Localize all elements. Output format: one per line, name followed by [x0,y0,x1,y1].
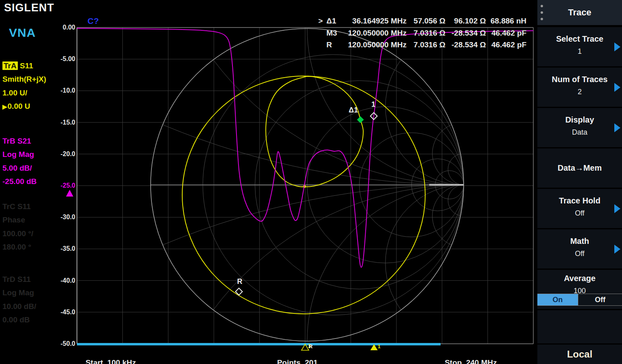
menu-button-value: Off [537,209,622,218]
svg-text:R: R [237,277,243,286]
cal-status-indicator: C? [87,16,99,26]
submenu-arrow-icon [614,204,620,213]
y-axis-label: -40.0 [50,277,75,284]
marker-readout-row-R: R120.050000 MHz7.0316 Ω-28.534 Ω46.462 p… [318,40,526,49]
menu-button-value: 2 [537,88,622,96]
y-axis-label: -45.0 [50,309,75,316]
svg-text:R: R [309,343,313,349]
menu-header[interactable]: Trace [537,0,622,26]
menu-button-label: Average [537,274,622,283]
s11-trace [182,76,425,314]
y-axis-label: -35.0 [50,245,75,252]
trace-TrA-detail: ▶0.00 U [2,102,30,111]
stop-frequency[interactable]: Stop 240 MHz [436,349,497,364]
menu-button-label: Select Trace [537,34,622,44]
menu-button-math[interactable]: MathOff [537,229,622,269]
y-axis-label: -20.0 [50,150,75,158]
trace-selector-TrA[interactable]: TrA S11 [2,61,33,70]
trace-TrA-detail: Smith(R+jX) [2,75,46,84]
menu-button-trace-hold[interactable]: Trace HoldOff [537,189,622,228]
menu-button-average[interactable]: Average100OnOff [537,270,622,309]
menu-button-value: Data [537,128,622,137]
menu-button-num-of-traces[interactable]: Num of Traces2 [537,68,622,107]
sweep-progress-bar [77,343,441,345]
menu-drag-handle-icon [541,5,543,20]
trace-TrD-detail: 10.00 dB/ [2,302,36,311]
menu-button-value: 1 [537,47,622,56]
menu-title: Trace [568,7,592,18]
trace-selector-TrD[interactable]: TrD S11 [2,275,31,284]
y-axis-label: -15.0 [50,119,75,126]
menu-button-label: Num of Traces [537,75,622,84]
menu-empty-slot [537,310,622,343]
toggle-on-option[interactable]: On [537,294,578,305]
marker-readout-row-Δ1: >Δ136.164925 MHz57.056 Ω96.102 Ω68.886 n… [318,17,526,25]
vna-screen: Δ11R3R1 SIGLENT VNA C? TrA S11Smith(R+jX… [0,0,622,364]
y-axis-label: -5.00 [50,55,75,63]
smith-grid [0,0,622,364]
start-frequency[interactable]: Start 100 kHz [77,349,136,364]
trace-TrC-detail: 180.00 ° [2,243,31,252]
brand-logo: SIGLENT [4,2,54,14]
submenu-arrow-icon [614,123,620,132]
chart-canvas: Δ11R3R1 [0,0,622,364]
menu-button-label: Data→Mem [558,163,602,173]
trace-TrD-detail: 0.00 dB [2,315,30,324]
y-axis-label: -25.0 [50,182,75,189]
menu-button-display[interactable]: DisplayData [537,108,622,147]
trace-selector-TrC[interactable]: TrC S11 [2,202,31,211]
menu-button-label: Math [537,237,622,246]
submenu-arrow-icon [614,245,620,254]
svg-text:1: 1 [371,100,375,108]
submenu-arrow-icon [614,42,620,51]
y-axis-label: -50.0 [50,340,75,347]
mode-label: VNA [9,26,36,40]
y-axis-label: -30.0 [50,214,75,221]
toggle-off-option[interactable]: Off [578,294,622,305]
ref-value-arrow-icon: ▶ [2,103,7,110]
trace-TrC-detail: Phase [2,216,25,224]
marker-readout-row-M3: M3120.050000 MHz7.0316 Ω-28.534 Ω46.462 … [318,29,526,38]
menu-button-select-trace[interactable]: Select Trace1 [537,27,622,66]
ref-level-marker[interactable] [66,190,73,197]
local-button[interactable]: Local [537,345,622,364]
menu-button-value: Off [537,250,622,258]
chart-marker-R[interactable]: R [236,277,243,295]
y-axis-label: -10.0 [50,87,75,94]
menu-button-label: Trace Hold [537,196,622,205]
submenu-arrow-icon [614,83,620,92]
y-axis-label: 0.00 [50,24,75,31]
trace-selector-TrB[interactable]: TrB S21 [2,137,31,146]
trace-TrA-detail: 1.00 U/ [2,89,27,97]
trace-TrC-detail: 100.00 °/ [2,229,33,238]
average-toggle: OnOff [537,294,622,306]
trace-TrB-detail: -25.00 dB [2,177,36,186]
points-count[interactable]: Points 201 [268,349,317,364]
trace-TrD-detail: Log Mag [2,288,34,297]
menu-button-label: Display [537,115,622,125]
soft-menu-panel: Trace Select Trace1Num of Traces2Display… [537,0,622,364]
menu-button-data-mem[interactable]: Data→Mem [537,148,622,188]
svg-text:1: 1 [378,343,381,349]
svg-text:Δ1: Δ1 [349,106,358,114]
trace-TrB-detail: Log Mag [2,150,34,159]
trace-TrB-detail: 5.00 dB/ [2,164,32,173]
